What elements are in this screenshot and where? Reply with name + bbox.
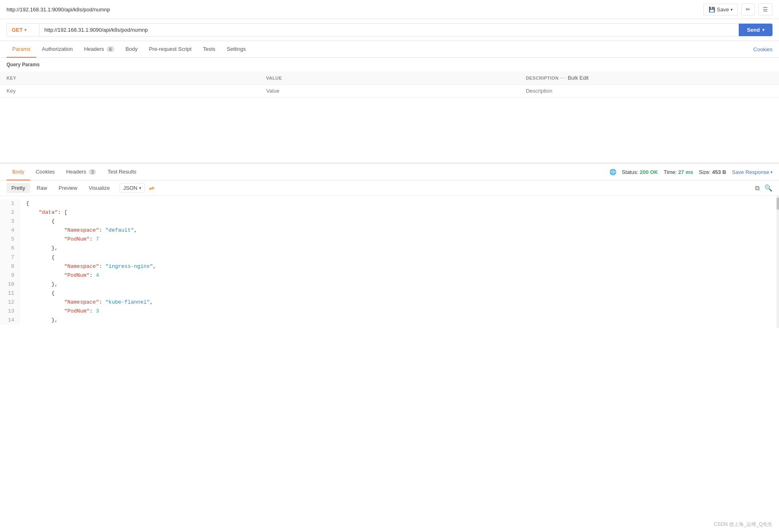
time-label: Time: 27 ms: [663, 169, 693, 175]
response-tab-headers[interactable]: Headers 3: [61, 164, 102, 180]
code-line-8: "Namespace": "ingress-nginx",: [26, 262, 772, 271]
json-type-select[interactable]: JSON ▾: [120, 183, 145, 193]
doc-button[interactable]: ☰: [758, 3, 772, 15]
code-line-12: "Namespace": "kube-flannel",: [26, 298, 772, 307]
line-numbers: 1 2 3 4 5 6 7 8 9 10 11 12 13 14: [0, 199, 20, 325]
code-line-14: },: [26, 316, 772, 325]
doc-icon: ☰: [763, 6, 768, 13]
tab-headers[interactable]: Headers 6: [79, 41, 120, 58]
cookies-link[interactable]: Cookies: [753, 41, 772, 57]
tab-params[interactable]: Params: [7, 41, 36, 58]
format-tab-raw[interactable]: Raw: [32, 183, 52, 193]
save-button[interactable]: 💾 Save ▾: [703, 4, 738, 15]
save-response-button[interactable]: Save Response ▾: [732, 169, 772, 175]
edit-icon: ✏: [746, 6, 751, 13]
save-icon: 💾: [709, 7, 715, 13]
request-bar: GET ▾ Send ▾: [0, 19, 779, 41]
method-chevron-icon: ▾: [24, 28, 26, 32]
time-value: 27 ms: [678, 169, 693, 175]
method-label: GET: [12, 27, 23, 33]
format-tab-preview[interactable]: Preview: [54, 183, 82, 193]
send-button[interactable]: Send ▾: [739, 24, 772, 36]
copy-button[interactable]: ⧉: [755, 185, 759, 192]
status-label: Status: 200 OK: [622, 169, 658, 175]
method-select[interactable]: GET ▾: [7, 23, 39, 37]
code-line-7: {: [26, 253, 772, 262]
save-response-chevron-icon: ▾: [770, 170, 772, 174]
code-line-11: {: [26, 289, 772, 298]
code-line-1: {: [26, 199, 772, 208]
code-area: 1 2 3 4 5 6 7 8 9 10 11 12 13 14 { "data…: [0, 196, 779, 328]
bulk-edit-button[interactable]: Bulk Edit: [568, 75, 589, 81]
filter-icon[interactable]: ⇌: [149, 184, 154, 192]
response-tab-cookies[interactable]: Cookies: [30, 164, 61, 180]
tab-authorization[interactable]: Authorization: [36, 41, 79, 58]
code-line-4: "Namespace": "default",: [26, 226, 772, 235]
tab-prerequest[interactable]: Pre-request Script: [143, 41, 197, 58]
col-value: VALUE: [260, 72, 519, 85]
code-line-13: "PodNum": 3: [26, 307, 772, 316]
query-params-title: Query Params: [0, 58, 779, 72]
save-chevron-icon: ▾: [731, 7, 733, 12]
search-button[interactable]: 🔍: [764, 184, 772, 192]
key-input[interactable]: [7, 88, 253, 94]
size-value: 453 B: [712, 169, 727, 175]
format-tab-pretty[interactable]: Pretty: [7, 183, 30, 193]
scrollbar-thumb: [777, 198, 779, 210]
response-tab-body[interactable]: Body: [7, 164, 30, 180]
request-spacer: [0, 98, 779, 163]
title-url: http://192.168.31.1:9090/api/k8s/pod/num…: [7, 7, 110, 13]
tab-tests[interactable]: Tests: [197, 41, 221, 58]
code-line-2: "data": [: [26, 208, 772, 217]
globe-icon: 🌐: [609, 169, 616, 175]
send-chevron-icon: ▾: [762, 28, 764, 32]
url-input[interactable]: [39, 23, 739, 37]
response-section: Body Cookies Headers 3 Test Results 🌐 St…: [0, 163, 779, 328]
code-line-5: "PodNum": 7: [26, 235, 772, 244]
json-chevron-icon: ▾: [139, 186, 141, 190]
status-value: 200 OK: [640, 169, 658, 175]
col-description: DESCRIPTION ··· Bulk Edit: [519, 72, 779, 85]
response-tabs-row: Body Cookies Headers 3 Test Results 🌐 St…: [0, 164, 779, 180]
size-label: Size: 453 B: [699, 169, 726, 175]
tab-settings[interactable]: Settings: [221, 41, 251, 58]
tab-body[interactable]: Body: [120, 41, 144, 58]
dots-icon: ···: [560, 76, 566, 80]
value-input[interactable]: [266, 88, 513, 94]
table-row-placeholder: [0, 85, 779, 98]
title-actions: 💾 Save ▾ ✏ ☰: [703, 3, 772, 15]
description-input[interactable]: [526, 88, 772, 94]
col-key: KEY: [0, 72, 260, 85]
code-content: { "data": [ { "Namespace": "default", "P…: [20, 199, 779, 325]
scrollbar-track[interactable]: [777, 196, 779, 328]
format-tab-visualize[interactable]: Visualize: [84, 183, 115, 193]
params-table: KEY VALUE DESCRIPTION ··· Bulk Edit: [0, 72, 779, 98]
title-bar: http://192.168.31.1:9090/api/k8s/pod/num…: [0, 0, 779, 19]
code-line-10: },: [26, 280, 772, 289]
request-tabs-row: Params Authorization Headers 6 Body Pre-…: [0, 41, 779, 58]
code-line-6: },: [26, 244, 772, 253]
response-meta: 🌐 Status: 200 OK Time: 27 ms Size: 453 B…: [609, 165, 772, 178]
edit-button[interactable]: ✏: [741, 3, 755, 15]
format-row: Pretty Raw Preview Visualize JSON ▾ ⇌ ⧉ …: [0, 180, 779, 196]
response-tab-test-results[interactable]: Test Results: [102, 164, 142, 180]
code-line-3: {: [26, 217, 772, 226]
code-line-9: "PodNum": 4: [26, 271, 772, 280]
